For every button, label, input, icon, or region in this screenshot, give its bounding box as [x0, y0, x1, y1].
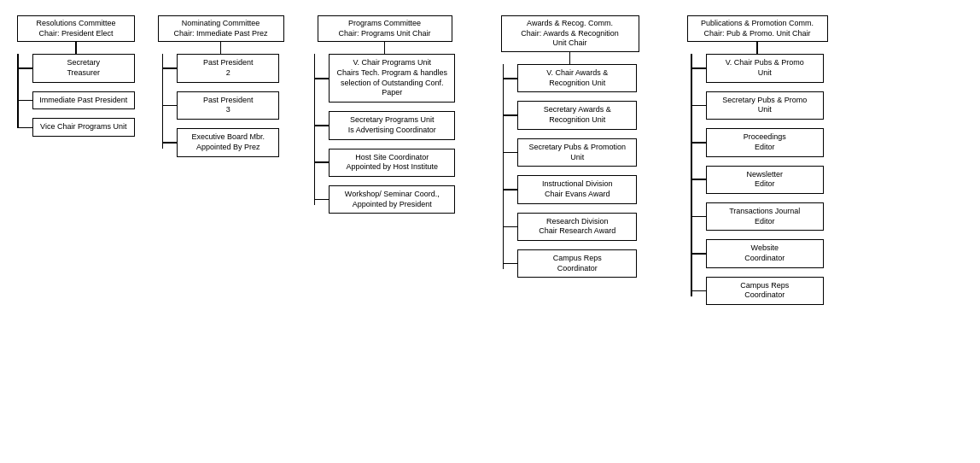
- branch-group-1: Secretary Treasurer Immediate Past Presi…: [17, 54, 135, 137]
- node-transactions-journal: Transactions Journal Editor: [706, 202, 824, 231]
- branch-group-3: V. Chair Programs Unit Chairs Tech. Prog…: [314, 54, 456, 214]
- node-3-2-l1: Secretary Programs Unit: [350, 115, 435, 124]
- v-connector-1: [75, 42, 77, 54]
- node-5-7-l1: Campus Reps: [740, 281, 789, 290]
- child-row-2-2: Past President 3: [163, 91, 279, 120]
- node-5-6-l2: Coordinator: [744, 254, 785, 262]
- org-chart: Resolutions Committee Chair: President E…: [0, 0, 980, 320]
- header-resolutions-line1: Resolutions Committee: [36, 19, 115, 27]
- header-programs: Programs Committee Chair: Programs Unit …: [318, 15, 452, 42]
- children-col-5: V. Chair Pubs & Promo Unit Secretary Pub…: [692, 54, 824, 305]
- node-1-1-l1: Secretary: [67, 58, 100, 67]
- node-1-2-l1: Immediate Past President: [39, 96, 127, 104]
- node-5-5-l1: Transactions Journal: [729, 207, 800, 215]
- node-4-1-l2: Recognition Unit: [549, 79, 605, 87]
- header-awards: Awards & Recog. Comm. Chair: Awards & Re…: [501, 15, 639, 52]
- child-row-3-4: Workshop/ Seminar Coord., Appointed by P…: [315, 185, 455, 214]
- h-bar-5-5: [692, 216, 706, 218]
- node-exec-board-mbr: Executive Board Mbr. Appointed By Prez: [177, 128, 279, 156]
- node-vchair-pubs: V. Chair Pubs & Promo Unit: [706, 54, 824, 82]
- node-4-6-l2: Coordinator: [557, 264, 598, 273]
- h-bar-3-1: [315, 78, 329, 79]
- node-3-1-l1: V. Chair Programs Unit: [353, 58, 431, 67]
- h-bar-3-3: [315, 161, 329, 163]
- node-campus-reps-pubs: Campus Reps Coordinator: [706, 277, 824, 305]
- node-2-3-l1: Executive Board Mbr.: [191, 132, 265, 141]
- node-2-1-l2: 2: [226, 68, 230, 77]
- header-nominating-line1: Nominating Committee: [182, 19, 260, 27]
- node-4-2-l1: Secretary Awards &: [544, 105, 611, 114]
- node-4-5-l2: Chair Research Award: [539, 226, 615, 235]
- h-bar-5-6: [692, 253, 706, 255]
- child-row-2-3: Executive Board Mbr. Appointed By Prez: [163, 128, 279, 156]
- node-research-div: Research Division Chair Research Award: [517, 213, 637, 241]
- main-layout: Resolutions Committee Chair: President E…: [4, 9, 980, 312]
- child-row-1-3: Vice Chair Programs Unit: [19, 118, 135, 137]
- node-4-3-l1: Secretary Pubs & Promotion: [528, 143, 626, 151]
- v-connector-2: [220, 42, 222, 54]
- col-nominating: Nominating Committee Chair: Immediate Pa…: [146, 15, 295, 305]
- node-newsletter-editor: Newsletter Editor: [706, 166, 824, 194]
- h-bar-1-3: [19, 127, 32, 129]
- col-resolutions: Resolutions Committee Chair: President E…: [8, 15, 144, 305]
- node-5-4-l2: Editor: [755, 179, 775, 188]
- node-vchair-awards: V. Chair Awards & Recognition Unit: [517, 64, 637, 92]
- child-row-2-1: Past President 2: [163, 54, 279, 82]
- h-bar-4-6: [504, 263, 517, 265]
- h-bar-1-2: [19, 100, 32, 102]
- node-5-3-l1: Proceedings: [744, 132, 786, 141]
- h-bar-5-7: [692, 290, 706, 292]
- v-connector-5: [756, 42, 758, 54]
- node-4-4-l2: Chair Evans Award: [545, 190, 610, 198]
- h-bar-2-2: [163, 105, 177, 107]
- col-programs: Programs Committee Chair: Programs Unit …: [297, 15, 472, 305]
- h-bar-5-4: [692, 179, 706, 180]
- node-1-1-l2: Treasurer: [67, 68, 100, 77]
- node-secretary-pubs: Secretary Pubs & Promo Unit: [706, 91, 824, 120]
- node-proceedings-editor: Proceedings Editor: [706, 128, 824, 156]
- node-2-3-l2: Appointed By Prez: [196, 143, 260, 151]
- node-5-1-l2: Unit: [758, 68, 772, 77]
- node-3-4-l1: Workshop/ Seminar Coord.,: [345, 190, 440, 198]
- node-vchair-programs: V. Chair Programs Unit Chairs Tech. Prog…: [329, 54, 455, 103]
- node-instructional-div: Instructional Division Chair Evans Award: [517, 175, 637, 203]
- child-row-4-2: Secretary Awards & Recognition Unit: [504, 101, 637, 129]
- child-row-5-3: Proceedings Editor: [692, 128, 824, 156]
- child-row-3-2: Secretary Programs Unit Is Advertising C…: [315, 111, 455, 139]
- child-row-5-6: Website Coordinator: [692, 239, 824, 267]
- branch-group-5: V. Chair Pubs & Promo Unit Secretary Pub…: [691, 54, 824, 305]
- node-website-coordinator: Website Coordinator: [706, 239, 824, 267]
- v-connector-3: [384, 42, 386, 54]
- child-row-4-3: Secretary Pubs & Promotion Unit: [504, 138, 637, 167]
- child-row-5-4: Newsletter Editor: [692, 166, 824, 194]
- node-vice-chair-programs: Vice Chair Programs Unit: [32, 118, 135, 137]
- children-col-3: V. Chair Programs Unit Chairs Tech. Prog…: [315, 54, 455, 214]
- node-3-2-l2: Is Advertising Coordinator: [348, 126, 436, 134]
- node-past-president-2: Past President 2: [177, 54, 279, 82]
- h-bar-1-1: [19, 67, 32, 69]
- node-5-1-l1: V. Chair Pubs & Promo: [726, 58, 804, 67]
- node-4-1-l1: V. Chair Awards &: [546, 68, 608, 77]
- node-host-site: Host Site Coordinator Appointed by Host …: [329, 149, 455, 177]
- node-5-5-l2: Editor: [755, 217, 775, 226]
- child-row-5-1: V. Chair Pubs & Promo Unit: [692, 54, 824, 82]
- h-bar-3-2: [315, 125, 329, 126]
- header-nominating: Nominating Committee Chair: Immediate Pa…: [158, 15, 284, 42]
- node-secretary-treasurer: Secretary Treasurer: [32, 54, 135, 82]
- node-5-7-l2: Coordinator: [744, 290, 785, 299]
- header-nominating-line2: Chair: Immediate Past Prez: [173, 29, 267, 38]
- header-publications: Publications & Promotion Comm. Chair: Pu…: [687, 15, 828, 42]
- header-programs-line1: Programs Committee: [348, 19, 421, 27]
- node-secretary-awards: Secretary Awards & Recognition Unit: [517, 101, 637, 129]
- node-4-2-l2: Recognition Unit: [549, 115, 605, 124]
- branch-group-4: V. Chair Awards & Recognition Unit Secre…: [503, 64, 638, 278]
- children-col-4: V. Chair Awards & Recognition Unit Secre…: [504, 64, 637, 278]
- child-row-3-1: V. Chair Programs Unit Chairs Tech. Prog…: [315, 54, 455, 103]
- child-row-4-5: Research Division Chair Research Award: [504, 213, 637, 241]
- header-pubs-line1: Publications & Promotion Comm.: [701, 19, 814, 27]
- h-bar-4-3: [504, 152, 517, 154]
- node-campus-reps-awards: Campus Reps Coordinator: [517, 249, 637, 278]
- header-awards-line3: Unit Chair: [552, 38, 586, 47]
- h-bar-4-1: [504, 78, 517, 79]
- h-bar-4-2: [504, 114, 517, 116]
